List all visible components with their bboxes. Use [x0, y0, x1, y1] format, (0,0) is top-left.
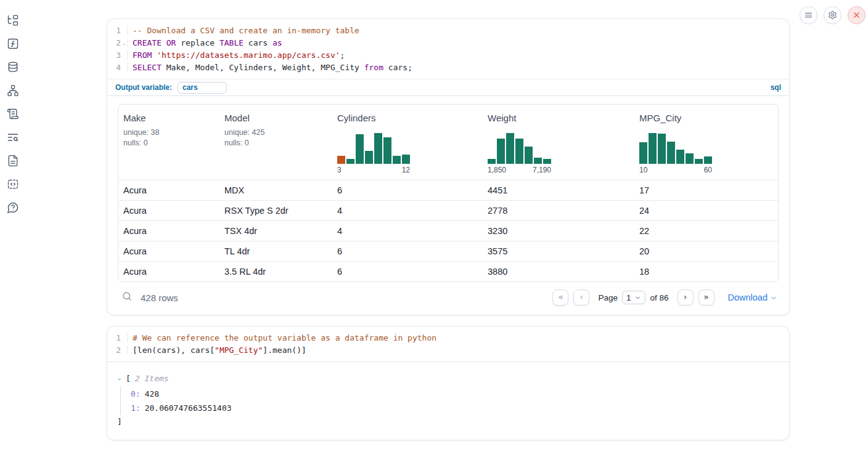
- code-token: SELECT: [133, 63, 162, 72]
- code-token: FROM: [133, 51, 152, 60]
- close-x-icon: [852, 10, 861, 20]
- code-token: [152, 51, 157, 60]
- collapse-chevron-icon[interactable]: ⌄: [117, 375, 126, 381]
- table-cell: 17: [634, 185, 778, 195]
- histogram-bar: [393, 156, 401, 164]
- shutdown-button[interactable]: [848, 6, 866, 24]
- database-icon[interactable]: [6, 60, 20, 74]
- table-cell: 4451: [483, 185, 634, 195]
- code-content: FROM 'https://datasets.marimo.app/cars.c…: [127, 51, 345, 60]
- histogram-bar: [543, 159, 551, 164]
- download-button[interactable]: Download: [728, 293, 778, 302]
- histogram-bar: [383, 137, 391, 164]
- column-header-weight[interactable]: Weight1,8507,190: [483, 113, 634, 174]
- column-title: MPG_City: [639, 113, 778, 123]
- histogram-bar: [374, 133, 382, 164]
- python-output-tree: ⌄ [ 2 Items 0:4281:20.060747663551403 ]: [107, 362, 789, 440]
- fold-chevron-icon[interactable]: ⌄: [121, 39, 127, 46]
- column-header-make[interactable]: Makeunique: 38nulls: 0: [118, 113, 219, 174]
- fold-gutter: [121, 337, 127, 339]
- histogram-bar: [337, 156, 345, 164]
- logs-icon[interactable]: [6, 131, 20, 144]
- tree-root-row: ⌄ [ 2 Items: [117, 371, 779, 385]
- code-content: -- Download a CSV and create an in-memor…: [127, 26, 359, 35]
- code-line: 2[len(cars), cars["MPG_City"].mean()]: [107, 344, 789, 356]
- tree-entry-key: 1:: [131, 403, 141, 413]
- histogram-bar: [506, 133, 514, 164]
- prev-page-button[interactable]: ‹: [573, 289, 589, 305]
- page-select-value: 1: [626, 293, 631, 302]
- axis-max-label: 12: [402, 166, 410, 174]
- first-page-button[interactable]: «: [552, 289, 568, 305]
- documentation-icon[interactable]: [6, 154, 20, 168]
- column-header-model[interactable]: Modelunique: 425nulls: 0: [219, 113, 332, 174]
- histogram-bars: [639, 133, 712, 164]
- tree-entries: 0:4281:20.060747663551403: [120, 387, 779, 415]
- output-variable-bar: Output variable: sql: [107, 79, 789, 96]
- table-cell: RSX Type S 2dr: [219, 206, 332, 216]
- table-row[interactable]: Acura3.5 RL 4dr6388018: [118, 261, 778, 281]
- next-page-button[interactable]: ›: [678, 289, 694, 305]
- last-page-button[interactable]: »: [698, 289, 714, 305]
- histogram-bar: [534, 158, 542, 164]
- tree-entry: 1:20.060747663551403: [131, 401, 779, 415]
- table-cell: 3880: [483, 267, 634, 277]
- snippets-icon[interactable]: [6, 177, 20, 191]
- table-cell: 2778: [483, 206, 634, 216]
- notebook-menu-button[interactable]: [800, 6, 817, 24]
- histogram-axis: 1,8507,190: [488, 166, 551, 174]
- column-header-cylinders[interactable]: Cylinders312: [332, 113, 483, 174]
- column-histogram[interactable]: 1,8507,190: [488, 133, 634, 174]
- page-total-label: of 86: [650, 293, 668, 302]
- axis-min-label: 3: [337, 166, 342, 174]
- table-cell: Acura: [118, 267, 219, 277]
- python-cell: 1# We can reference the output variable …: [107, 326, 790, 440]
- help-icon[interactable]: [6, 201, 20, 214]
- column-stat-line: nulls: 0: [123, 138, 219, 148]
- table-cell: 6: [332, 246, 483, 256]
- page-select[interactable]: 1: [622, 291, 646, 304]
- code-token: 'https://datasets.marimo.app/cars.csv': [157, 51, 340, 60]
- code-token: "MPG_City": [215, 346, 263, 355]
- table-row[interactable]: AcuraRSX Type S 2dr4277824: [118, 200, 778, 220]
- function-icon[interactable]: [6, 37, 20, 51]
- sql-code-editor[interactable]: 1-- Download a CSV and create an in-memo…: [107, 19, 789, 79]
- histogram-bar: [346, 159, 354, 164]
- table-cell: 6: [332, 267, 483, 277]
- table-row[interactable]: AcuraTL 4dr6357520: [118, 241, 778, 261]
- output-variable-label: Output variable:: [115, 83, 172, 92]
- histogram-bar: [639, 142, 647, 164]
- python-code-editor[interactable]: 1# We can reference the output variable …: [107, 326, 789, 362]
- code-content: [len(cars), cars["MPG_City"].mean()]: [127, 346, 306, 355]
- scratchpad-icon[interactable]: [6, 107, 20, 121]
- code-token: # We can reference the output variable a…: [133, 333, 436, 342]
- tree-entry-key: 0:: [131, 389, 141, 398]
- column-header-mpg_city[interactable]: MPG_City1060: [634, 113, 778, 174]
- table-cell: 3.5 RL 4dr: [219, 267, 332, 277]
- column-histogram[interactable]: 312: [337, 133, 483, 174]
- fold-gutter: [121, 30, 127, 31]
- settings-button[interactable]: [824, 6, 841, 24]
- table-cell: Acura: [118, 185, 219, 195]
- output-variable-input[interactable]: [178, 82, 227, 94]
- dependency-graph-icon[interactable]: [6, 84, 20, 97]
- data-table: Makeunique: 38nulls: 0Modelunique: 425nu…: [118, 104, 779, 282]
- line-number: 1: [107, 26, 121, 35]
- fold-gutter: [121, 54, 127, 56]
- page-group: Page 1 of 86: [598, 291, 668, 304]
- language-badge[interactable]: sql: [771, 83, 781, 92]
- table-row[interactable]: AcuraTSX 4dr4323022: [118, 220, 778, 241]
- histogram-bars: [488, 133, 551, 164]
- column-stat-line: nulls: 0: [224, 138, 332, 148]
- table-cell: 4: [332, 206, 483, 216]
- tree-items-count: 2 Items: [135, 374, 169, 383]
- column-histogram[interactable]: 1060: [639, 133, 778, 174]
- histogram-bar: [667, 142, 675, 164]
- code-token: TABLE: [219, 38, 244, 47]
- file-explorer-icon[interactable]: [6, 14, 20, 27]
- axis-min-label: 1,850: [488, 166, 506, 174]
- search-icon[interactable]: [121, 291, 133, 304]
- table-cell: 22: [634, 226, 778, 236]
- code-content: SELECT Make, Model, Cylinders, Weight, M…: [127, 63, 412, 72]
- table-row[interactable]: AcuraMDX6445117: [118, 180, 778, 200]
